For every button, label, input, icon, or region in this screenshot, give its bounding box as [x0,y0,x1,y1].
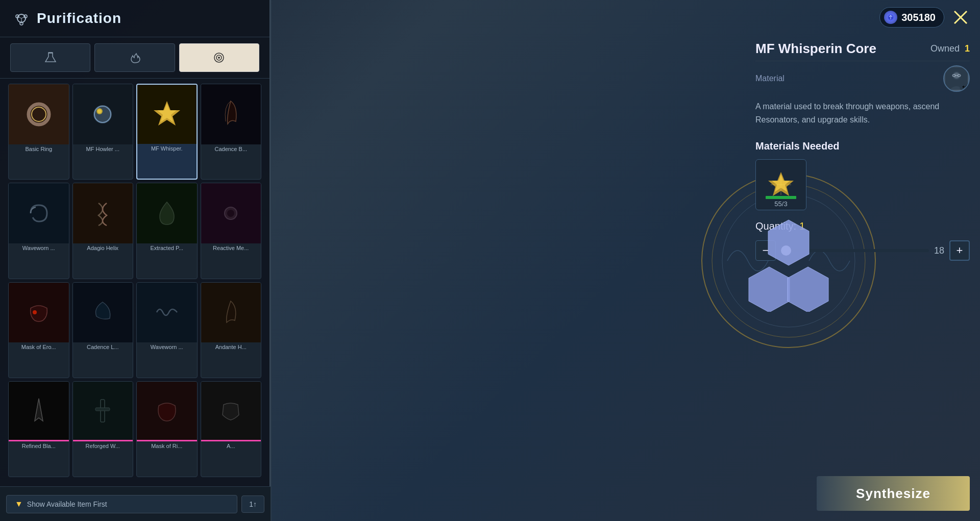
item-cell[interactable]: Andante H... [201,282,262,378]
item-cell[interactable]: Waveworn ... [136,282,198,378]
svg-point-21 [33,310,37,314]
purification-icon [12,9,31,28]
item-name-label: Basic Ring [9,144,69,153]
item-icon [212,96,249,133]
item-icon [212,392,249,429]
item-name-label: Mask of Ero... [9,342,69,351]
item-name-label: Andante H... [201,342,261,351]
synthesize-button[interactable]: Synthesize [817,476,970,511]
tab-bar [0,37,270,79]
item-icon [149,392,185,429]
sort-num-label: 1↑ [249,500,257,508]
item-cell[interactable]: Reforged W... [72,381,134,477]
item-name-label: A... [201,441,261,450]
item-cell[interactable]: Reactive Me... [201,183,262,279]
item-icon [149,96,185,133]
materials-needed-label: Materials Needed [755,140,970,152]
item-name-label: Reforged W... [73,441,133,450]
item-cell[interactable]: Refined Bla... [8,381,69,477]
material-icon [766,169,796,200]
item-name-label: MF Howler ... [73,144,133,153]
item-name-label: Mask of Ri... [137,441,197,450]
item-cell[interactable]: Cadence L... [72,282,134,378]
panel-header: Purification [0,0,270,37]
tab-flask[interactable] [10,43,90,72]
right-panel: 305180 [271,0,980,521]
hex-cluster [738,210,840,312]
svg-marker-33 [788,267,828,312]
item-icon [20,96,57,133]
item-grid: Basic RingMF Howler ...MF Whisper.Cadenc… [0,79,270,482]
item-type: Material [755,74,785,83]
svg-point-20 [227,210,234,217]
svg-rect-45 [766,196,796,199]
material-count: 55/3 [756,200,806,208]
svg-point-10 [218,57,220,59]
svg-point-13 [93,105,112,123]
stepper-plus-button[interactable]: + [949,240,970,261]
item-cell[interactable]: A... [201,381,262,477]
left-panel: Purification Basic RingMF Howler ...MF W… [0,0,271,521]
item-icon [149,195,185,232]
avatar: ↩ [943,65,970,92]
svg-marker-32 [749,267,790,312]
item-icon [84,392,121,429]
item-name: MF Whisperin Core [755,41,876,57]
item-cell[interactable]: Adagio Helix [72,183,134,279]
info-divider [755,61,970,61]
item-icon [84,195,121,232]
stepper-max-value: 18 [934,245,944,256]
item-cell[interactable]: Extracted P... [136,183,198,279]
item-cell[interactable]: Waveworn ... [8,183,69,279]
material-slot: 55/3 [755,159,806,210]
item-name-label: Refined Bla... [9,441,69,450]
svg-rect-7 [48,52,53,53]
item-cell[interactable]: Basic Ring [8,84,69,180]
owned-count: 1 [965,43,970,54]
tab-flame[interactable] [94,43,175,72]
item-cell[interactable]: MF Whisper. [136,84,198,180]
item-name-label: Reactive Me... [201,243,261,252]
item-name-label: Cadence L... [73,342,133,351]
item-icon [84,96,121,133]
item-name-label: Extracted P... [137,243,197,252]
item-icon [20,195,57,232]
item-description: A material used to break through weapons… [755,100,970,126]
item-cell[interactable]: Cadence B... [201,84,262,180]
svg-marker-34 [768,220,809,265]
item-cell[interactable]: Mask of Ero... [8,282,69,378]
item-icon [20,294,57,331]
item-type-row: Material ↩ [755,65,970,92]
item-cell[interactable]: Mask of Ri... [136,381,198,477]
item-name-label: Waveworn ... [9,243,69,252]
svg-point-16 [97,109,102,113]
sort-num-button[interactable]: 1↑ [241,495,264,513]
item-name-label: Waveworn ... [137,342,197,351]
avatar-action-icon[interactable]: ↩ [961,83,970,92]
sort-button[interactable]: ▼ Show Available Item First [6,495,237,513]
svg-rect-23 [95,408,110,411]
owned-label: Owned 1 [930,43,970,54]
item-icon [149,294,185,331]
item-cell[interactable]: MF Howler ... [72,84,134,180]
item-icon [84,294,121,331]
chevron-down-icon: ▼ [15,500,23,509]
bottom-bar: ▼ Show Available Item First 1↑ [0,486,271,521]
item-icon [212,294,249,331]
item-icon [212,195,249,232]
tab-circle[interactable] [179,43,259,72]
page-title: Purification [37,10,121,27]
item-name-label: Cadence B... [201,144,261,153]
item-title-row: MF Whisperin Core Owned 1 [755,41,970,57]
sort-label: Show Available Item First [27,500,107,508]
svg-point-12 [32,107,46,121]
item-name-label: MF Whisper. [137,144,197,153]
item-icon [20,392,57,429]
item-name-label: Adagio Helix [73,243,133,252]
